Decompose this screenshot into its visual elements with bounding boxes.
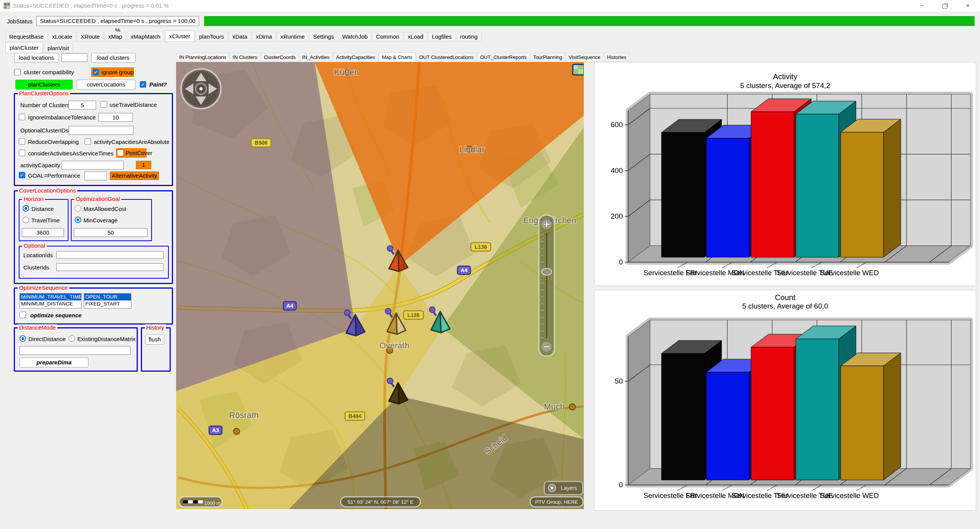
horizon-value-field[interactable]: 3600 — [22, 228, 64, 237]
tab-map-charts[interactable]: Map & Charts — [379, 52, 416, 62]
close-button[interactable]: × — [959, 0, 977, 11]
tab-visitsequence[interactable]: VisitSequence — [566, 53, 604, 62]
use-travel-distance-label: useTravelDistance — [109, 101, 157, 108]
tab-clustercoords[interactable]: ClusterCoords — [261, 53, 299, 62]
min-coverage-radio[interactable] — [75, 217, 81, 223]
tab-planvisit[interactable]: planVisit — [44, 43, 73, 53]
ignore-group-chip: ✓ ignore group — [91, 67, 134, 77]
tab-histories[interactable]: Histories — [604, 53, 629, 62]
town-label-rösrath: Rösrath — [229, 410, 258, 420]
map-scale-label: 1000 m — [204, 500, 220, 506]
horizon-distance-radio[interactable] — [23, 205, 29, 212]
prepare-dima-button[interactable]: prepareDima — [20, 358, 88, 367]
optional-cluster-ids-field[interactable] — [69, 126, 134, 135]
tab-in-clusters[interactable]: IN Clusters — [230, 53, 260, 62]
goal-performance-checkbox[interactable]: ✓ — [19, 172, 25, 178]
map-coordinates: 51° 03' 24" N, 007° 08' 12" E — [341, 497, 420, 507]
tab-in-activities[interactable]: IN_Activities — [299, 53, 333, 62]
tab-requestbase[interactable]: RequestBase — [5, 32, 47, 41]
load-clusters-button[interactable]: load clusters — [91, 53, 136, 63]
zoom-slider[interactable] — [539, 215, 554, 356]
tab-watchjob[interactable]: WatchJob — [338, 32, 371, 41]
tab-xroute[interactable]: XRoute — [77, 32, 104, 41]
svg-text:Activity: Activity — [773, 72, 797, 81]
tab-out-clusterreports[interactable]: OUT_ClusterReports — [477, 53, 529, 62]
pan-compass-control[interactable] — [181, 69, 221, 109]
cover-location-options-group: CoverLocationOptions Horizon Distance Tr… — [14, 190, 173, 284]
tab-xlocate[interactable]: xLocate — [48, 32, 76, 41]
consider-activities-checkbox[interactable] — [19, 150, 25, 156]
count-chart-panel: 050Servicestelle FRIServicestelle MONSer… — [594, 290, 976, 511]
list-item-fixed_start[interactable]: FIXED_START — [84, 300, 131, 307]
imbalance-tolerance-field[interactable]: 10 — [98, 113, 133, 122]
town-label-much: Much — [544, 402, 565, 411]
post-cover-checkbox[interactable] — [117, 150, 124, 156]
tab-plancluster[interactable]: planCluster — [5, 42, 43, 53]
cover-locations-button[interactable]: coverLocations — [77, 80, 136, 90]
min-coverage-value-field[interactable]: 50 — [74, 228, 147, 237]
location-ids-field[interactable] — [56, 251, 163, 259]
tab-xruntime[interactable]: xRuntime — [277, 32, 309, 41]
minimize-button[interactable]: − — [913, 0, 931, 11]
map-canvas[interactable]: B506L136L136B484A4A4A3 KürtenLindlarEnge… — [176, 62, 584, 509]
reduce-overlapping-checkbox[interactable] — [19, 138, 25, 145]
activity-capacities-absolute-checkbox[interactable] — [85, 138, 91, 145]
capacity-badge-button[interactable]: 1 — [136, 161, 151, 169]
window-title: Status=SUCCEEDED , elapsedTime=0 s , pro… — [13, 2, 169, 9]
ignore-imbalance-checkbox[interactable] — [19, 114, 25, 120]
goal-field[interactable] — [85, 171, 107, 180]
tab-plantours[interactable]: planTours — [195, 32, 228, 41]
paint-checkbox[interactable]: ✓ — [140, 81, 146, 88]
alternative-activity-button[interactable]: AlternativeActivity — [110, 171, 159, 180]
cluster-ids-field[interactable] — [56, 263, 163, 271]
job-status-field[interactable]: Status=SUCCEEDED , elapsedTime=0 s , pro… — [36, 16, 199, 26]
list-item-open_tour[interactable]: OPEN_TOUR — [84, 294, 131, 300]
max-allowed-cost-radio[interactable] — [75, 205, 81, 212]
consider-activities-label: considerActivitiesAsServiceTimes — [28, 150, 114, 157]
tab-common[interactable]: Common — [372, 32, 403, 41]
map-tab-bar: IN PlanningLocationsIN ClustersClusterCo… — [176, 52, 630, 62]
tab-xload[interactable]: xLoad — [404, 32, 427, 41]
plan-clusters-button[interactable]: planClusters — [15, 80, 73, 90]
horizon-traveltime-radio[interactable] — [23, 217, 29, 223]
overview-map-icon[interactable] — [572, 64, 584, 75]
activity-capacity-field[interactable] — [62, 161, 124, 170]
activity-capacities-absolute-label: activityCapacitiesAreAbsolute — [94, 139, 170, 145]
use-travel-distance-checkbox[interactable] — [101, 101, 107, 108]
tab-xmap[interactable]: xMap — [105, 32, 126, 41]
restore-button[interactable] — [936, 0, 954, 11]
list-item-minimum_distance[interactable]: MINIMUM_DISTANCE — [20, 300, 81, 307]
map-coordinates-label: 51° 03' 24" N, 007° 08' 12" E — [348, 499, 413, 505]
cluster-compatibility-checkbox[interactable] — [14, 69, 21, 75]
tab-in-planninglocations[interactable]: IN PlanningLocations — [176, 53, 229, 62]
flush-button[interactable]: flush — [145, 335, 164, 345]
direct-distance-radio[interactable] — [20, 335, 26, 342]
tab-logfiles[interactable]: Logfiles — [428, 32, 456, 41]
tab-settings[interactable]: Settings — [309, 32, 338, 41]
load-locations-button[interactable]: load locations — [14, 53, 59, 63]
tab-activitycapacities[interactable]: ActivityCapacities — [333, 53, 378, 62]
tab-xdima[interactable]: xDima — [252, 32, 276, 41]
tab-tourplanning[interactable]: TourPlanning — [530, 53, 565, 62]
layers-button[interactable]: Layers — [544, 482, 583, 495]
tab-routing[interactable]: routing — [456, 32, 482, 41]
restore-icon — [942, 4, 947, 9]
map-scale-bar: 1000 m — [179, 497, 222, 507]
zoom-slider-thumb[interactable] — [542, 268, 552, 275]
ignore-group-checkbox[interactable]: ✓ — [93, 69, 99, 75]
tab-out-clusteredlocations[interactable]: OUT ClusteredLocations — [416, 53, 477, 62]
number-of-clusters-field[interactable]: 5 — [69, 101, 96, 109]
tab-xcluster[interactable]: xCluster — [165, 31, 194, 42]
locations-count-field[interactable] — [61, 53, 87, 62]
optimize-sequence-checkbox[interactable] — [20, 312, 26, 318]
tab-xdata[interactable]: xData — [229, 32, 251, 41]
existing-matrix-radio[interactable] — [69, 335, 75, 342]
tab-xmapmatch[interactable]: xMapMatch — [127, 32, 164, 41]
distance-mode-field[interactable] — [20, 346, 131, 355]
svg-text:200: 200 — [611, 212, 623, 220]
distance-mode-title: DistanceMode — [18, 324, 57, 331]
optimize-sequence-label: optimize sequence — [30, 312, 82, 318]
road-shield-label-b484: B484 — [348, 413, 361, 419]
list-item-minimum_travel_time[interactable]: MINIMUM_TRAVEL_TIME — [20, 294, 81, 300]
pan-center-icon[interactable] — [199, 87, 203, 91]
